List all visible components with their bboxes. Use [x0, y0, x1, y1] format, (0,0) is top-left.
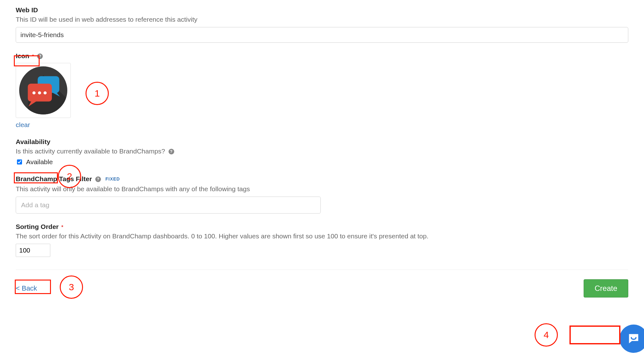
sorting-order-input[interactable] [16, 244, 50, 257]
icon-label: Icon [16, 52, 29, 59]
help-icon[interactable]: ? [95, 176, 101, 182]
sorting-label: Sorting Order [16, 223, 59, 230]
available-checkbox-row[interactable]: Available [16, 158, 53, 166]
back-link[interactable]: < Back [16, 284, 37, 292]
activity-settings-form: Web ID This ID will be used in web addre… [0, 0, 644, 356]
annotation-box-create [569, 325, 620, 344]
svg-point-5 [38, 91, 41, 94]
help-icon[interactable]: ? [169, 149, 174, 154]
clear-icon-link[interactable]: clear [16, 121, 30, 129]
sorting-help: The sort order for this Activity on Bran… [16, 232, 628, 240]
web-id-help: This ID will be used in web addresses to… [16, 16, 628, 23]
availability-label: Availability [16, 138, 628, 146]
form-footer: < Back Create [16, 279, 628, 298]
annotation-step-4: 4 [535, 323, 558, 347]
tags-input[interactable] [16, 197, 321, 214]
tags-filter-group: BrandChamp Tags Filter ? FIXED This acti… [16, 175, 628, 214]
sorting-order-group: Sorting Order * The sort order for this … [16, 223, 628, 257]
icon-preview[interactable] [16, 63, 71, 118]
help-icon[interactable]: ? [37, 53, 43, 59]
chat-smile-icon [627, 332, 641, 346]
availability-help: Is this activity currently available to … [16, 147, 165, 155]
create-button[interactable]: Create [584, 279, 628, 298]
icon-group: Icon * ? [16, 52, 628, 129]
required-marker: * [32, 54, 34, 59]
available-checkbox-label: Available [26, 158, 53, 166]
fixed-badge: FIXED [105, 176, 120, 181]
web-id-group: Web ID This ID will be used in web addre… [16, 6, 628, 43]
svg-point-4 [32, 91, 36, 94]
tags-filter-help: This activity will only be available to … [16, 185, 628, 193]
icon-label-row: Icon * ? [16, 52, 628, 60]
availability-group: Availability Is this activity currently … [16, 138, 628, 166]
available-checkbox[interactable] [17, 159, 22, 164]
required-marker: * [61, 225, 63, 230]
web-id-label: Web ID [16, 6, 628, 14]
intercom-launcher[interactable] [619, 325, 644, 353]
divider [16, 270, 628, 270]
web-id-input[interactable] [16, 27, 628, 43]
chat-bubbles-icon [19, 66, 68, 115]
tags-filter-label: BrandChamp Tags Filter [16, 175, 92, 182]
svg-point-6 [43, 91, 47, 94]
